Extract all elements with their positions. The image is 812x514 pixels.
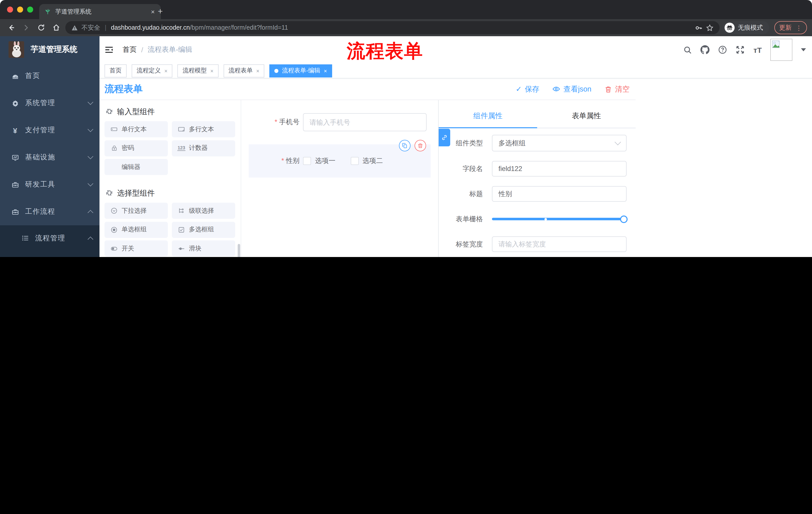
font-size-icon[interactable]: ᴛT	[753, 46, 762, 54]
clear-button[interactable]: 清空	[605, 84, 630, 94]
slider-mark-dot	[545, 218, 547, 220]
password-key-icon[interactable]	[695, 24, 702, 31]
gender-option1-checkbox[interactable]	[303, 157, 311, 165]
browser-update-button[interactable]: 更新 ⋮	[774, 21, 807, 34]
breadcrumb: 首页 / 流程表单-编辑	[123, 45, 192, 54]
browser-tab-title: 芋道管理系统	[55, 7, 150, 16]
field-name-label: 字段名	[439, 164, 483, 173]
component-item-editor[interactable]: 编辑器	[105, 159, 168, 175]
component-item-switch[interactable]: 开关	[105, 240, 168, 256]
gender-option2-label[interactable]: 选项二	[362, 156, 383, 165]
workflow-submenu: 流程管理 流程表单 用户分组 流程模型 任务管理	[0, 225, 99, 257]
duplicate-component-button[interactable]	[399, 140, 410, 152]
search-icon[interactable]	[684, 46, 692, 54]
tab-close-icon[interactable]: ×	[150, 8, 156, 15]
sidebar-item-infrastructure[interactable]: 基础设施	[0, 144, 99, 171]
sidebar-item-workflow[interactable]: 工作流程	[0, 198, 99, 225]
favicon-plant-icon	[44, 8, 51, 15]
zoom-window-button[interactable]	[27, 6, 33, 12]
label-width-input[interactable]	[492, 236, 627, 252]
component-type-select[interactable]: 多选框组	[492, 135, 627, 152]
minimize-window-button[interactable]	[17, 6, 23, 12]
github-icon[interactable]	[701, 45, 710, 54]
address-bar[interactable]: 不安全 | dashboard.yudao.iocoder.cn/bpm/man…	[65, 21, 719, 34]
save-button[interactable]: ✓ 保存	[516, 84, 539, 94]
title-input[interactable]	[492, 186, 627, 202]
tag-process-model[interactable]: 流程模型×	[178, 64, 219, 77]
chevron-down-icon	[88, 154, 93, 159]
checkbox-icon	[178, 226, 185, 233]
reload-icon[interactable]	[35, 22, 47, 34]
component-item-select[interactable]: 下拉选择	[105, 203, 168, 219]
forward-icon[interactable]	[20, 22, 32, 34]
bookmark-star-icon[interactable]	[706, 24, 713, 31]
clear-label: 清空	[615, 84, 630, 94]
sidebar-item-devtools[interactable]: 研发工具	[0, 171, 99, 198]
properties-tabs: 组件属性 表单属性	[439, 100, 636, 128]
slider-track[interactable]	[492, 218, 627, 220]
radio-icon	[111, 226, 118, 233]
tab-component-properties[interactable]: 组件属性	[439, 100, 537, 128]
gender-option2-checkbox[interactable]	[350, 157, 358, 165]
component-item-slider[interactable]: 滑块	[172, 240, 235, 256]
new-tab-button[interactable]: +	[158, 7, 163, 16]
sidebar-item-process-form[interactable]: 流程表单	[0, 251, 99, 257]
tag-close-icon[interactable]: ×	[324, 67, 327, 74]
browser-menu-icon[interactable]: ⋮	[796, 24, 802, 31]
tag-close-icon[interactable]: ×	[256, 67, 260, 74]
avatar[interactable]	[770, 39, 792, 61]
form-grid-label: 表单栅格	[439, 215, 483, 223]
browser-tab[interactable]: 芋道管理系统 ×	[39, 4, 161, 19]
tag-process-form[interactable]: 流程表单×	[224, 64, 265, 77]
component-item-cascader[interactable]: 级联选择	[172, 203, 235, 219]
sidebar-item-system[interactable]: 系统管理	[0, 89, 99, 117]
component-item-single-line-text[interactable]: 单行文本	[105, 121, 168, 137]
select-dropdown-icon	[111, 207, 118, 214]
sidebar-item-process-management[interactable]: 流程管理	[0, 225, 99, 251]
trash-icon	[605, 85, 612, 93]
component-item-multi-line-text[interactable]: 多行文本	[172, 121, 235, 137]
panel-scrollbar[interactable]	[238, 244, 240, 257]
avatar-dropdown-caret-icon[interactable]	[801, 48, 806, 51]
component-item-radio-group[interactable]: 单选框组	[105, 221, 168, 238]
form-canvas[interactable]: 手机号 性别 选项一 选项二	[241, 100, 438, 257]
close-window-button[interactable]	[7, 6, 13, 12]
field-name-input[interactable]	[492, 161, 627, 177]
phone-label: 手机号	[241, 118, 299, 127]
form-grid-slider[interactable]	[492, 211, 627, 227]
breadcrumb-home[interactable]: 首页	[123, 45, 137, 54]
canvas-field-gender-selected[interactable]: 性别 选项一 选项二	[249, 144, 431, 178]
window-controls[interactable]	[7, 6, 33, 12]
view-json-button[interactable]: 查看json	[552, 84, 591, 94]
slider-handle[interactable]	[620, 215, 628, 223]
application-window: 芋道管理系统 × + 不安全 | dashboard.yudao.iocoder…	[0, 0, 812, 257]
component-item-counter[interactable]: 123计数器	[172, 140, 235, 156]
back-icon[interactable]	[5, 22, 17, 34]
url-text[interactable]: dashboard.yudao.iocoder.cn/bpm/manager/f…	[111, 24, 288, 31]
sidebar-item-home[interactable]: 首页	[0, 62, 99, 89]
save-label: 保存	[525, 84, 540, 94]
collapse-sidebar-icon[interactable]	[105, 45, 114, 54]
tag-close-icon[interactable]: ×	[164, 67, 168, 74]
tag-home[interactable]: 首页	[105, 64, 127, 77]
security-label[interactable]: 不安全	[81, 23, 100, 32]
app-title: 芋道管理系统	[31, 44, 77, 55]
fullscreen-icon[interactable]	[736, 45, 745, 54]
help-question-icon[interactable]	[718, 45, 727, 54]
component-item-checkbox-group[interactable]: 多选框组	[172, 221, 235, 238]
tag-close-icon[interactable]: ×	[210, 67, 213, 74]
delete-component-button[interactable]	[414, 140, 426, 152]
omnibox-divider: |	[105, 24, 107, 31]
home-icon[interactable]	[50, 22, 62, 34]
panel-drag-link-handle[interactable]	[439, 129, 450, 146]
sidebar-item-payment[interactable]: ¥ 支付管理	[0, 117, 99, 144]
tag-process-definition[interactable]: 流程定义×	[132, 64, 173, 77]
tab-form-properties[interactable]: 表单属性	[537, 100, 636, 128]
component-item-password[interactable]: 密码	[105, 140, 168, 156]
puzzle-icon	[106, 108, 113, 116]
tag-process-form-edit[interactable]: 流程表单-编辑×	[269, 64, 332, 77]
canvas-field-phone[interactable]: 手机号	[241, 113, 427, 131]
phone-input[interactable]	[303, 113, 427, 131]
chevron-down-icon	[614, 139, 621, 145]
gender-option1-label[interactable]: 选项一	[315, 156, 336, 165]
